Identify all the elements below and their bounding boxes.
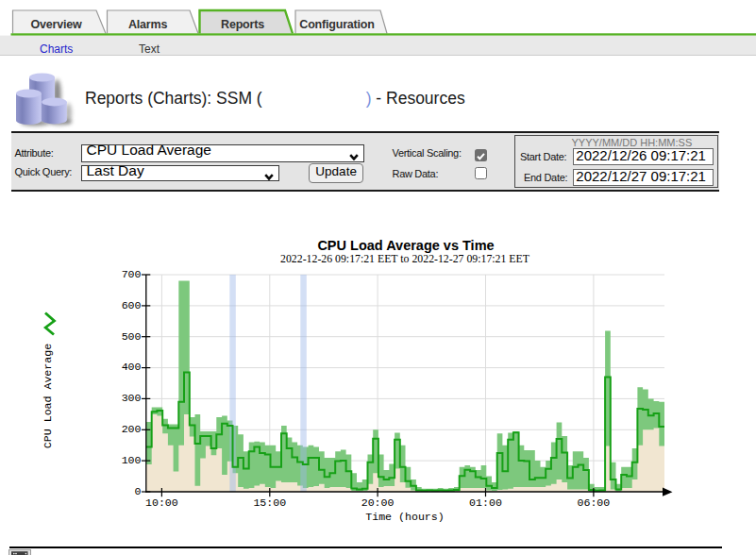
svg-text:Time (hours): Time (hours) <box>365 511 445 523</box>
svg-text:CPU Load Average: CPU Load Average <box>42 344 54 448</box>
svg-text:100: 100 <box>122 454 142 466</box>
svg-text:0: 0 <box>135 485 142 497</box>
svg-text:CPU Load Average vs Time: CPU Load Average vs Time <box>317 238 494 253</box>
svg-text:06:00: 06:00 <box>578 496 611 509</box>
svg-text:400: 400 <box>122 361 142 373</box>
svg-text:600: 600 <box>122 299 142 311</box>
svg-text:700: 700 <box>122 268 142 280</box>
svg-text:01:00: 01:00 <box>469 496 502 509</box>
svg-text:300: 300 <box>122 392 142 404</box>
svg-text:200: 200 <box>122 423 142 435</box>
svg-text:500: 500 <box>122 330 142 343</box>
svg-text:20:00: 20:00 <box>361 496 395 509</box>
svg-text:10:00: 10:00 <box>145 496 178 509</box>
svg-text:15:00: 15:00 <box>253 496 286 509</box>
svg-text:2022-12-26 09:17:21 EET to 202: 2022-12-26 09:17:21 EET to 2022-12-27 09… <box>280 252 530 265</box>
